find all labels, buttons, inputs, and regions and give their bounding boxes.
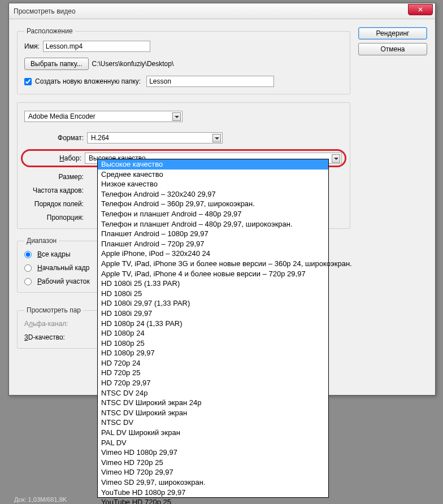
preset-option[interactable]: HD 720p 25 (98, 368, 328, 378)
name-input[interactable] (43, 41, 150, 52)
preset-option[interactable]: Телефон и планшет Android – 480p 29,97, … (98, 219, 328, 229)
chevron-down-icon (212, 134, 221, 142)
preset-option[interactable]: PAL DV Широкий экран (98, 428, 328, 438)
preset-dropdown-list[interactable]: Высокое качествоСреднее качествоНизкое к… (97, 159, 329, 498)
range-all-radio[interactable] (24, 251, 32, 258)
subfolder-checkbox[interactable] (24, 78, 32, 85)
preset-option[interactable]: NTSC DV (98, 418, 328, 428)
range-work-label: Рабочий участок (37, 277, 90, 285)
preset-option[interactable]: Телефон Android – 320x240 29,97 (98, 189, 328, 199)
status-bar: Док: 1,03M/681,8K (14, 496, 67, 503)
preset-option[interactable]: Vimeo HD 720p 25 (98, 458, 328, 468)
preset-option[interactable]: HD 1080p 24 (98, 328, 328, 338)
preset-option[interactable]: Vimeo HD 720p 29,97 (98, 467, 328, 477)
preset-option[interactable]: Apple TV, iPad, iPhone 4 и более новые в… (98, 269, 328, 279)
preset-option[interactable]: HD 1080i 25 (98, 289, 328, 299)
location-group: Расположение Имя: Выбрать папку... C:\Us… (17, 27, 350, 94)
location-legend: Расположение (24, 27, 75, 35)
name-label: Имя: (24, 42, 40, 50)
preset-option[interactable]: Vimeo SD 29,97, широкоэкран. (98, 477, 328, 488)
preset-option[interactable]: HD 720p 24 (98, 358, 328, 368)
format-value: H.264 (91, 134, 109, 142)
range-start-radio[interactable] (24, 264, 32, 272)
encoder-value: Adobe Media Encoder (28, 112, 95, 120)
subfolder-label: Создать новую вложенную папку: (35, 77, 141, 85)
preset-option[interactable]: Планшет Android – 720p 29,97 (98, 239, 328, 249)
preset-option[interactable]: HD 1080p 25 (98, 338, 328, 349)
aspect-label: Пропорция: (24, 214, 84, 221)
preset-option[interactable]: YouTube HD 1080p 29,97 (98, 488, 328, 498)
preset-option[interactable]: Низкое качество (98, 179, 328, 189)
format-combo[interactable]: H.264 (87, 132, 223, 144)
folder-path: C:\Users\konfuziy\Desktop\ (92, 60, 174, 68)
preview-legend: Просмотреть пар (24, 306, 83, 314)
encoder-combo[interactable]: Adobe Media Encoder (24, 111, 183, 122)
range-start-label: Начальный кадр (37, 264, 89, 272)
preview-group: Просмотреть пар Альфа-канал: 3D-качество… (17, 306, 105, 349)
fps-label: Частота кадров: (24, 186, 84, 194)
range-work-radio[interactable] (24, 278, 32, 285)
preset-option[interactable]: Apple TV, iPad, iPhone 3G и более новые … (98, 259, 328, 269)
render-button[interactable]: Рендеринг (358, 27, 427, 40)
preset-option[interactable]: Телефон Android – 360p 29,97, широкоэкра… (98, 199, 328, 209)
preset-option[interactable]: Apple iPhone, iPod – 320x240 24 (98, 249, 328, 259)
preset-option[interactable]: HD 1080i 25 (1.33 PAR) (98, 279, 328, 289)
preset-option[interactable]: HD 1080i 29,97 (1,33 PAR) (98, 298, 328, 309)
preset-option[interactable]: NTSC DV Широкий экран 24p (98, 398, 328, 408)
titlebar: Просмотреть видео ✕ (9, 3, 435, 19)
preset-option[interactable]: NTSC DV 24p (98, 388, 328, 398)
preset-option[interactable]: PAL DV (98, 438, 328, 448)
preset-option[interactable]: NTSC DV Широкий экран (98, 408, 328, 418)
close-button[interactable]: ✕ (408, 4, 433, 15)
close-icon: ✕ (418, 6, 423, 14)
range-legend: Диапазон (24, 237, 59, 245)
preset-label: Набор: (25, 154, 81, 162)
cancel-button[interactable]: Отмена (358, 43, 427, 55)
preset-option[interactable]: Vimeo HD 1080p 29,97 (98, 447, 328, 458)
size-label: Размер: (24, 173, 84, 181)
preset-option[interactable]: Высокое качество (98, 159, 328, 170)
preset-option[interactable]: YouTube HD 720p 25 (98, 497, 328, 504)
chevron-down-icon (332, 154, 340, 163)
range-all-label: Все кадры (37, 250, 71, 258)
subfolder-input[interactable] (146, 76, 274, 87)
right-column: Рендеринг Отмена (358, 27, 427, 357)
preset-option[interactable]: HD 1080p 29,97 (98, 348, 328, 358)
field-order-label: Порядок полей: (24, 200, 84, 208)
preset-option[interactable]: HD 1080p 24 (1,33 PAR) (98, 319, 328, 329)
format-label: Формат: (24, 134, 84, 142)
preset-option[interactable]: HD 720p 29,97 (98, 378, 328, 388)
window-title: Просмотреть видео (14, 7, 76, 15)
preset-option[interactable]: Планшет Android – 1080p 29,97 (98, 229, 328, 239)
range-group: Диапазон Все кадры Начальный кадр Рабочи… (17, 237, 105, 293)
alpha-label: Альфа-канал: (24, 320, 68, 328)
chevron-down-icon (172, 112, 181, 121)
preset-option[interactable]: HD 1080i 29,97 (98, 309, 328, 319)
choose-folder-button[interactable]: Выбрать папку... (24, 58, 89, 70)
preset-option[interactable]: Среднее качество (98, 170, 328, 180)
quality3d-label: 3D-качество: (24, 333, 65, 341)
preset-option[interactable]: Телефон и планшет Android – 480p 29,97 (98, 209, 328, 219)
